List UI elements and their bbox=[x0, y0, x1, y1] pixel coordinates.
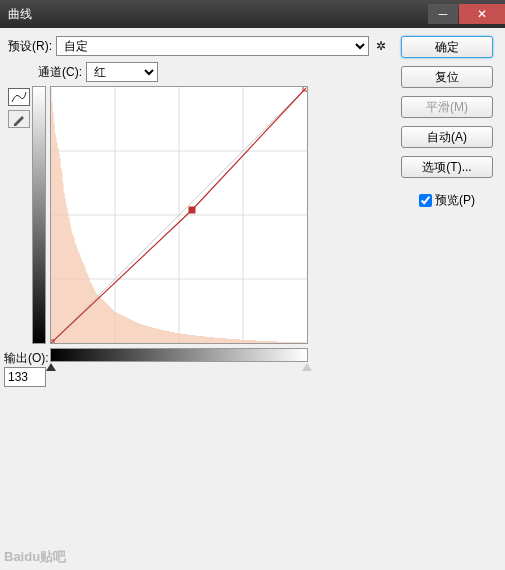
window-title: 曲线 bbox=[8, 6, 32, 23]
output-gradient bbox=[32, 86, 46, 344]
gear-icon[interactable]: ✲ bbox=[373, 39, 389, 53]
white-point-slider[interactable] bbox=[302, 363, 312, 371]
curve-icon bbox=[11, 91, 27, 103]
output-field[interactable] bbox=[4, 367, 46, 387]
pencil-icon bbox=[12, 112, 26, 126]
preview-checkbox[interactable]: 预览(P) bbox=[419, 192, 475, 209]
curve-graph[interactable] bbox=[50, 86, 308, 344]
ok-button[interactable]: 确定 bbox=[401, 36, 493, 58]
input-gradient bbox=[50, 348, 308, 362]
svg-rect-264 bbox=[189, 207, 195, 213]
preset-select[interactable]: 自定 bbox=[56, 36, 369, 56]
options-button[interactable]: 选项(T)... bbox=[401, 156, 493, 178]
close-button[interactable]: ✕ bbox=[459, 4, 505, 24]
channel-label: 通道(C): bbox=[38, 64, 82, 81]
preset-label: 预设(R): bbox=[8, 38, 52, 55]
smooth-button: 平滑(M) bbox=[401, 96, 493, 118]
pencil-tool[interactable] bbox=[8, 110, 30, 128]
minimize-button[interactable]: ─ bbox=[428, 4, 458, 24]
reset-button[interactable]: 复位 bbox=[401, 66, 493, 88]
channel-select[interactable]: 红 bbox=[86, 62, 158, 82]
title-bar: 曲线 ─ ✕ bbox=[0, 0, 505, 28]
curve-tool[interactable] bbox=[8, 88, 30, 106]
output-label: 输出(O): bbox=[4, 350, 49, 367]
watermark: Baidu贴吧 bbox=[4, 548, 66, 566]
auto-button[interactable]: 自动(A) bbox=[401, 126, 493, 148]
